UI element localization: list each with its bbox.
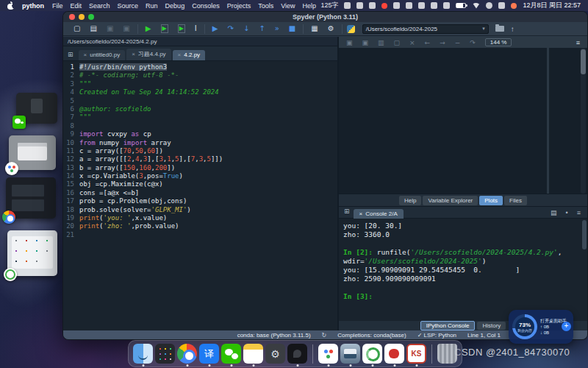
run-selection-icon[interactable]: I — [195, 25, 197, 32]
editor-tab-习题4.4.py[interactable]: ×习题4.4.py — [126, 49, 171, 60]
menu-tools[interactable]: Tools — [258, 2, 273, 10]
menu-view[interactable]: View — [281, 2, 295, 10]
preferences-icon[interactable]: ⚙ — [328, 25, 334, 32]
step-into-icon[interactable]: ↓ — [243, 25, 249, 32]
code-line[interactable]: 8 — [63, 122, 337, 130]
tab-variable-explorer[interactable]: Variable Explorer — [423, 196, 478, 205]
apple-menu-icon[interactable] — [7, 2, 14, 10]
inspect-object-icon[interactable]: ▤ — [551, 209, 557, 216]
code-line[interactable]: 14x =cp.Variable(3,pos=True) — [63, 172, 337, 180]
line-number[interactable]: 4 — [63, 88, 79, 96]
code-line[interactable]: 13b = array([150,160,200]) — [63, 164, 337, 172]
line-number[interactable]: 19 — [63, 214, 79, 222]
mic-icon[interactable] — [356, 2, 363, 9]
step-out-icon[interactable]: ↑ — [259, 25, 265, 32]
stop-debug-icon[interactable]: ■ — [289, 25, 295, 32]
chrome-dock-icon[interactable] — [177, 344, 197, 364]
run-cell-icon[interactable]: ▶ — [161, 24, 168, 33]
menu-debug[interactable]: Debug — [165, 2, 185, 10]
zoom-in-plot-icon[interactable]: ↷ — [470, 39, 476, 46]
battery-icon[interactable] — [456, 3, 466, 8]
close-icon[interactable]: × — [132, 51, 135, 57]
stage-manager-icon[interactable] — [418, 2, 425, 9]
menu-source[interactable]: Source — [118, 2, 139, 10]
line-number[interactable]: 12 — [63, 155, 79, 163]
console-scrollbar[interactable] — [582, 220, 587, 250]
screen-capture-icon[interactable] — [344, 2, 351, 9]
debug-file-icon[interactable]: ▶ — [212, 25, 218, 32]
code-line[interactable]: 19print('you: ',x.value) — [63, 214, 337, 222]
code-line[interactable]: 4Created on Tue Sep 24 14:14:52 2024 — [63, 88, 337, 96]
shapes-icon[interactable] — [393, 2, 400, 9]
copy-plot-icon[interactable]: ▥ — [378, 39, 384, 46]
tab-ipython-console[interactable]: IPython Console — [420, 321, 476, 330]
line-number[interactable]: 11 — [63, 147, 79, 155]
menu-help[interactable]: Help — [303, 2, 317, 10]
conda-env-status[interactable]: conda: base (Python 3.11.5) — [237, 332, 311, 339]
stage-thumbnail-launcher-window[interactable] — [7, 230, 57, 276]
chess-app-dock-icon[interactable]: KS — [406, 344, 426, 364]
parent-directory-icon[interactable]: ↑ — [511, 25, 514, 33]
browse-tabs-icon[interactable]: ⊞ — [68, 51, 74, 58]
step-over-icon[interactable]: ↷ — [227, 25, 233, 32]
wechat-dock-icon[interactable] — [221, 344, 241, 364]
browse-directory-icon[interactable] — [495, 26, 504, 32]
tab-files[interactable]: Files — [504, 196, 527, 205]
code-line[interactable]: 1#!/usr/bin/env python3 — [63, 63, 337, 71]
line-number[interactable]: 15 — [63, 180, 79, 188]
console-options-icon[interactable]: ≡ — [577, 209, 581, 216]
siri-icon[interactable] — [511, 3, 517, 9]
line-number[interactable]: 5 — [63, 97, 79, 105]
menu-bar-clock[interactable]: 12月8日 周日 22:57 — [523, 1, 581, 10]
editor-tab-4.2.py[interactable]: ×4.2.py — [173, 50, 205, 60]
expand-assistant-button[interactable]: + — [562, 322, 571, 331]
stage-thumbnail-code-window[interactable] — [6, 177, 56, 219]
menu-consoles[interactable]: Consoles — [192, 2, 220, 10]
plots-options-icon[interactable]: ≡ — [576, 39, 580, 46]
save-icon[interactable]: ▣ — [107, 25, 113, 32]
save-plot-icon[interactable]: ▣ — [346, 39, 353, 46]
next-plot-icon[interactable]: → — [440, 39, 445, 46]
remove-all-plots-icon[interactable]: × — [409, 39, 415, 46]
editor-tab-untitled0.py[interactable]: ×untitled0.py — [79, 50, 126, 60]
code-line[interactable]: 2# -*- codiarng: utf-8 -*- — [63, 71, 337, 79]
line-number[interactable]: 10 — [63, 139, 79, 147]
menu-edit[interactable]: Edit — [71, 2, 82, 10]
line-number[interactable]: 14 — [63, 172, 79, 180]
line-number[interactable]: 18 — [63, 206, 79, 214]
wifi-icon[interactable] — [472, 3, 480, 9]
code-line[interactable]: 10from numpy import array — [63, 139, 337, 147]
code-line[interactable]: 9import cvxpy as cp — [63, 130, 337, 138]
close-window-button[interactable] — [69, 14, 75, 20]
line-number[interactable]: 6 — [63, 105, 79, 113]
dark-app-dock-icon[interactable] — [287, 344, 307, 364]
launchpad-dock-icon[interactable] — [155, 344, 175, 364]
plots-scrollbar-thumb[interactable] — [581, 49, 586, 74]
line-number[interactable]: 3 — [63, 80, 79, 88]
record-icon[interactable] — [381, 3, 387, 9]
completions-status[interactable]: Completions: conda(base) — [337, 332, 406, 339]
tab-plots[interactable]: Plots — [479, 196, 503, 205]
previous-plot-icon[interactable]: ← — [425, 39, 431, 46]
stage-thumbnail-wechat-window[interactable] — [16, 93, 57, 124]
close-icon[interactable]: × — [84, 52, 87, 58]
display-icon[interactable] — [431, 2, 437, 9]
control-center-icon[interactable] — [498, 2, 505, 9]
cloud-icon[interactable] — [406, 2, 412, 9]
console-tab[interactable]: × Console 2/A — [354, 209, 404, 219]
menu-search[interactable]: Search — [89, 2, 110, 10]
line-number[interactable]: 13 — [63, 164, 79, 172]
zoom-out-plot-icon[interactable]: − — [455, 39, 461, 46]
keyboard-icon[interactable] — [369, 2, 376, 9]
code-line[interactable]: 11c = array([70,50,60]) — [63, 147, 337, 155]
line-number[interactable]: 17 — [63, 197, 79, 205]
finder-dock-icon[interactable] — [133, 344, 153, 364]
minimize-window-button[interactable] — [79, 14, 85, 20]
run-file-icon[interactable]: ▶ — [146, 25, 151, 32]
line-number[interactable]: 1 — [63, 63, 79, 71]
plots-splitter[interactable] — [547, 48, 549, 194]
line-number[interactable]: 8 — [63, 122, 79, 130]
continue-execution-icon[interactable]: » — [275, 25, 279, 32]
bluetooth-icon[interactable] — [443, 2, 450, 9]
save-all-plots-icon[interactable]: ▣ — [362, 39, 369, 46]
